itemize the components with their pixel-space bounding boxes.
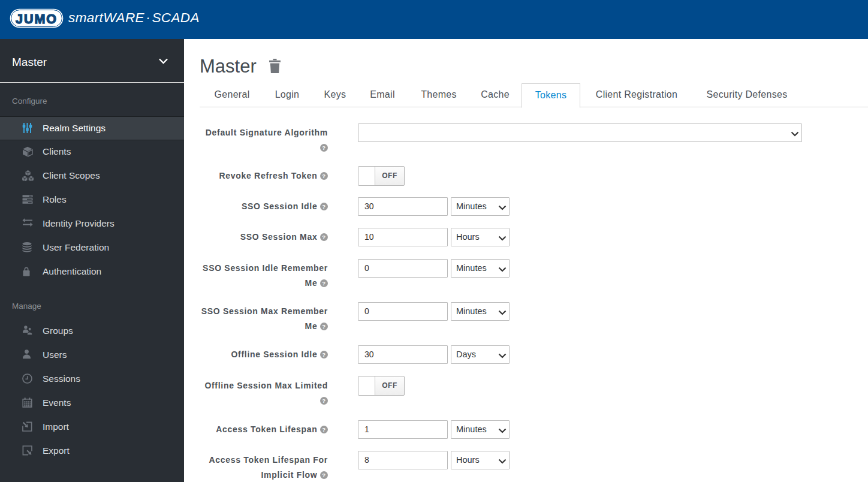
svg-text:?: ? (322, 203, 326, 210)
svg-text:?: ? (322, 323, 326, 330)
svg-text:?: ? (322, 397, 326, 404)
svg-text:?: ? (322, 234, 326, 240)
svg-text:?: ? (322, 280, 326, 287)
svg-text:?: ? (322, 351, 326, 358)
svg-text:JUMO: JUMO (16, 12, 58, 26)
svg-text:?: ? (322, 144, 326, 151)
svg-text:?: ? (322, 173, 326, 179)
svg-text:?: ? (322, 426, 326, 433)
svg-text:?: ? (322, 472, 326, 478)
